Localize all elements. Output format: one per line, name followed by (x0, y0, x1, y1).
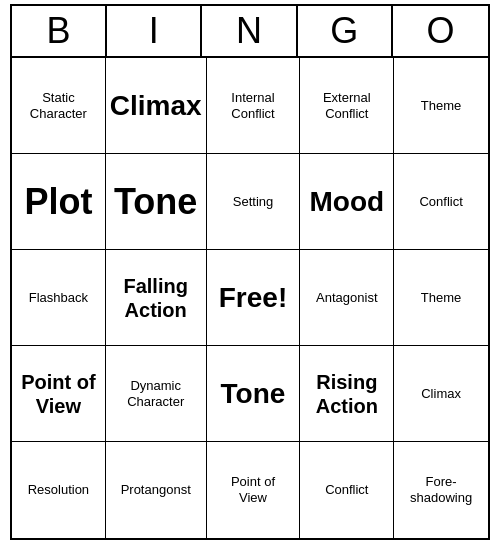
cell-text-16: Dynamic Character (127, 378, 184, 409)
bingo-cell-2: Internal Conflict (207, 58, 301, 154)
cell-text-20: Resolution (28, 482, 89, 498)
cell-text-18: Rising Action (316, 370, 378, 418)
bingo-header: BINGO (12, 6, 488, 58)
bingo-cell-23: Conflict (300, 442, 394, 538)
cell-text-7: Setting (233, 194, 273, 210)
cell-text-5: Plot (24, 180, 92, 223)
cell-text-9: Conflict (419, 194, 462, 210)
bingo-cell-12: Free! (207, 250, 301, 346)
bingo-cell-21: Protangonst (106, 442, 207, 538)
cell-text-19: Climax (421, 386, 461, 402)
bingo-grid: Static CharacterClimaxInternal ConflictE… (12, 58, 488, 538)
bingo-cell-14: Theme (394, 250, 488, 346)
bingo-card: BINGO Static CharacterClimaxInternal Con… (10, 4, 490, 540)
bingo-cell-5: Plot (12, 154, 106, 250)
bingo-cell-6: Tone (106, 154, 207, 250)
header-letter-i: I (107, 6, 202, 56)
cell-text-15: Point of View (21, 370, 95, 418)
header-letter-b: B (12, 6, 107, 56)
bingo-cell-1: Climax (106, 58, 207, 154)
cell-text-12: Free! (219, 281, 287, 315)
bingo-cell-3: External Conflict (300, 58, 394, 154)
bingo-cell-10: Flashback (12, 250, 106, 346)
cell-text-1: Climax (110, 89, 202, 123)
bingo-cell-17: Tone (207, 346, 301, 442)
cell-text-10: Flashback (29, 290, 88, 306)
cell-text-8: Mood (309, 185, 384, 219)
header-letter-g: G (298, 6, 393, 56)
bingo-cell-13: Antagonist (300, 250, 394, 346)
bingo-cell-9: Conflict (394, 154, 488, 250)
cell-text-23: Conflict (325, 482, 368, 498)
cell-text-17: Tone (221, 377, 286, 411)
bingo-cell-16: Dynamic Character (106, 346, 207, 442)
cell-text-2: Internal Conflict (231, 90, 274, 121)
bingo-cell-20: Resolution (12, 442, 106, 538)
bingo-cell-15: Point of View (12, 346, 106, 442)
cell-text-3: External Conflict (323, 90, 371, 121)
cell-text-22: Point of View (231, 474, 275, 505)
bingo-cell-7: Setting (207, 154, 301, 250)
cell-text-11: Falling Action (123, 274, 187, 322)
cell-text-24: Fore- shadowing (410, 474, 472, 505)
bingo-cell-24: Fore- shadowing (394, 442, 488, 538)
cell-text-0: Static Character (30, 90, 87, 121)
bingo-cell-4: Theme (394, 58, 488, 154)
cell-text-13: Antagonist (316, 290, 377, 306)
cell-text-21: Protangonst (121, 482, 191, 498)
cell-text-6: Tone (114, 180, 197, 223)
header-letter-n: N (202, 6, 297, 56)
bingo-cell-18: Rising Action (300, 346, 394, 442)
bingo-cell-8: Mood (300, 154, 394, 250)
bingo-cell-22: Point of View (207, 442, 301, 538)
header-letter-o: O (393, 6, 488, 56)
bingo-cell-19: Climax (394, 346, 488, 442)
bingo-cell-11: Falling Action (106, 250, 207, 346)
bingo-cell-0: Static Character (12, 58, 106, 154)
cell-text-14: Theme (421, 290, 461, 306)
cell-text-4: Theme (421, 98, 461, 114)
